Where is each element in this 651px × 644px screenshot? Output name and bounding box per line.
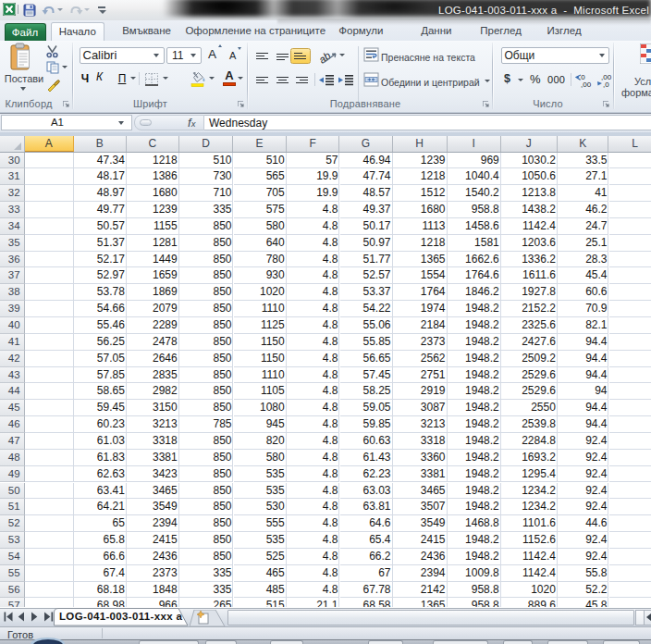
svg-text:,0: ,0 <box>603 80 609 88</box>
svg-text:,00: ,00 <box>581 80 592 88</box>
